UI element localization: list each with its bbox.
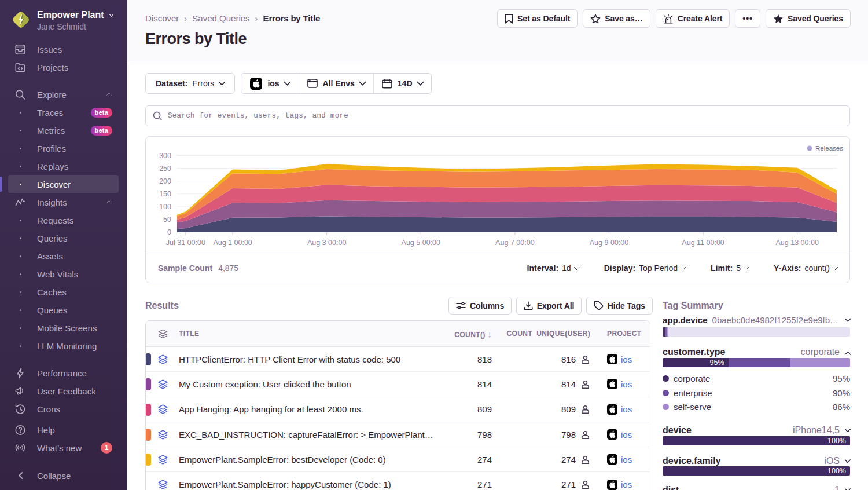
svg-text:150: 150 [159, 190, 171, 198]
svg-text:Aug 5 00:00: Aug 5 00:00 [402, 239, 440, 247]
svg-text:Releases: Releases [815, 145, 843, 152]
svg-text:250: 250 [159, 164, 171, 173]
svg-text:Aug 3 00:00: Aug 3 00:00 [307, 239, 346, 247]
svg-text:0: 0 [167, 228, 171, 236]
svg-text:100: 100 [159, 203, 171, 211]
svg-text:300: 300 [159, 152, 171, 160]
svg-text:50: 50 [163, 215, 171, 224]
svg-text:Jul 31 00:00: Jul 31 00:00 [166, 239, 205, 247]
svg-text:Aug 13 00:00: Aug 13 00:00 [776, 239, 819, 247]
svg-text:Aug 9 00:00: Aug 9 00:00 [590, 239, 628, 247]
svg-text:Aug 1 00:00: Aug 1 00:00 [213, 239, 252, 247]
svg-text:Aug 7 00:00: Aug 7 00:00 [495, 239, 534, 247]
svg-text:200: 200 [159, 177, 171, 185]
svg-text:Aug 11 00:00: Aug 11 00:00 [682, 239, 724, 247]
